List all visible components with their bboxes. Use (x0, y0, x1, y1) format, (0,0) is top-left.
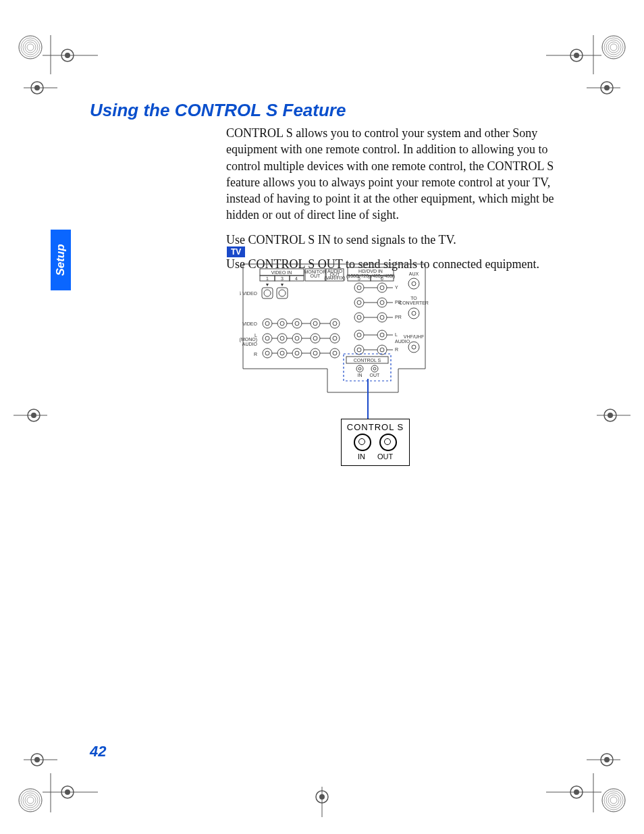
svg-point-132 (357, 286, 361, 290)
svg-point-107 (277, 319, 287, 328)
svg-point-14 (606, 40, 621, 55)
svg-point-12 (602, 36, 625, 59)
svg-point-183 (412, 282, 416, 286)
svg-point-28 (604, 409, 616, 421)
svg-point-142 (380, 286, 384, 290)
svg-point-128 (333, 336, 337, 340)
svg-point-117 (292, 348, 302, 358)
svg-text:VIDEO: VIDEO (242, 321, 257, 326)
crop-mark-mid-right (590, 405, 630, 425)
svg-point-96 (264, 290, 271, 296)
svg-point-40 (31, 754, 43, 766)
svg-point-3 (25, 42, 36, 53)
svg-point-135 (354, 313, 364, 322)
control-s-callout: CONTROL S IN OUT (341, 419, 410, 466)
svg-point-136 (357, 315, 361, 319)
crop-mark-top-right (546, 27, 634, 95)
svg-point-185 (412, 311, 416, 315)
svg-point-53 (604, 757, 610, 762)
svg-point-55 (316, 791, 328, 803)
svg-point-108 (280, 321, 284, 325)
svg-point-114 (295, 321, 299, 325)
svg-point-127 (330, 334, 340, 343)
callout-out-label: OUT (377, 452, 393, 461)
svg-point-130 (333, 351, 337, 355)
svg-point-144 (380, 301, 384, 305)
svg-text:HD/DVD IN: HD/DVD IN (358, 269, 383, 273)
crop-mark-bottom-center (302, 780, 342, 820)
crop-mark-mid-left (14, 405, 54, 425)
control-s-in-port-icon (354, 434, 371, 451)
svg-point-146 (380, 315, 384, 319)
svg-text:IN: IN (358, 373, 363, 377)
svg-text:R: R (395, 347, 398, 352)
svg-point-125 (330, 319, 340, 328)
svg-point-115 (292, 334, 302, 343)
svg-point-26 (31, 413, 36, 418)
svg-text:AUX: AUX (409, 271, 419, 276)
rear-panel-diagram: VIDEO IN 1 3 4 MONITOR OUT AUDIO OUT (VA… (240, 261, 429, 409)
page-number: 42 (90, 743, 106, 760)
svg-point-41 (34, 757, 40, 762)
svg-point-118 (295, 351, 299, 355)
svg-point-32 (23, 793, 38, 808)
svg-point-104 (265, 336, 269, 340)
svg-point-178 (373, 367, 376, 370)
svg-text:Y: Y (395, 285, 398, 290)
svg-point-123 (311, 348, 320, 358)
svg-point-176 (358, 367, 361, 370)
svg-point-46 (610, 797, 617, 804)
svg-point-129 (330, 348, 340, 358)
svg-point-119 (311, 319, 320, 328)
svg-point-43 (604, 791, 623, 810)
paragraph-1: CONTROL S allows you to control your sys… (226, 125, 557, 224)
svg-point-49 (570, 786, 583, 798)
svg-text:4: 4 (295, 276, 298, 281)
svg-text:AUDIO: AUDIO (242, 342, 258, 346)
svg-point-187 (412, 345, 416, 349)
svg-point-111 (277, 348, 287, 358)
svg-point-148 (380, 333, 384, 337)
svg-point-109 (277, 334, 287, 343)
svg-point-29 (608, 413, 613, 418)
svg-point-106 (265, 351, 269, 355)
svg-point-175 (356, 365, 363, 372)
svg-point-102 (265, 321, 269, 325)
svg-point-133 (354, 298, 364, 307)
crop-mark-bottom-right (546, 753, 634, 820)
svg-point-7 (61, 49, 74, 61)
crop-mark-bottom-left (10, 753, 98, 820)
svg-text:3: 3 (281, 276, 284, 281)
tv-badge: TV (227, 246, 245, 257)
callout-title: CONTROL S (342, 422, 409, 432)
svg-point-116 (295, 336, 299, 340)
svg-point-42 (602, 789, 625, 812)
svg-text:▼: ▼ (265, 282, 270, 287)
svg-point-2 (23, 40, 38, 55)
svg-point-112 (280, 351, 284, 355)
svg-point-150 (380, 348, 384, 352)
svg-point-56 (319, 794, 325, 800)
svg-point-147 (377, 330, 387, 340)
svg-point-113 (292, 319, 302, 328)
svg-point-182 (408, 278, 419, 289)
svg-point-121 (311, 334, 320, 343)
svg-point-13 (604, 38, 623, 57)
svg-point-122 (313, 336, 317, 340)
svg-point-105 (263, 348, 272, 358)
svg-point-25 (28, 409, 40, 421)
svg-point-33 (25, 795, 36, 806)
svg-point-134 (357, 301, 361, 305)
callout-in-label: IN (358, 452, 365, 461)
svg-point-19 (570, 49, 583, 61)
svg-text:1: 1 (266, 276, 269, 281)
control-s-out-port-icon (379, 434, 397, 451)
svg-text:VIDEO IN: VIDEO IN (271, 270, 292, 275)
svg-point-52 (601, 754, 613, 766)
svg-text:AUDIO: AUDIO (395, 339, 410, 344)
svg-point-186 (408, 342, 419, 353)
svg-point-110 (280, 336, 284, 340)
svg-text:OUT: OUT (311, 273, 321, 278)
svg-point-4 (27, 44, 34, 51)
svg-point-20 (574, 53, 579, 58)
